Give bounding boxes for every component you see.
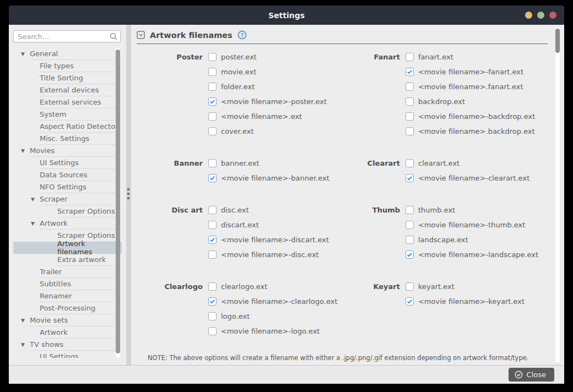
checkbox-option[interactable]: <movie filename>-clearlogo.ext bbox=[208, 294, 338, 309]
sidebar-item-file-types[interactable]: File types bbox=[13, 60, 122, 72]
sidebar-item-title-sorting[interactable]: Title Sorting bbox=[13, 72, 122, 84]
main-scrollbar-thumb[interactable] bbox=[555, 29, 560, 53]
checkbox-checked[interactable] bbox=[406, 297, 414, 306]
sidebar-item-scraper-options[interactable]: Scraper Options bbox=[13, 205, 122, 217]
maximize-button[interactable] bbox=[537, 12, 544, 19]
checkbox-option[interactable]: banner.ext bbox=[208, 156, 329, 171]
search-input[interactable] bbox=[13, 30, 121, 42]
checkbox-option[interactable]: clearart.ext bbox=[406, 156, 529, 171]
checkbox-unchecked[interactable] bbox=[208, 83, 217, 91]
close-button[interactable]: Close bbox=[509, 368, 554, 382]
checkbox-option[interactable]: disc.ext bbox=[208, 203, 329, 217]
sidebar-item-subtitles[interactable]: Subtitles bbox=[13, 278, 122, 290]
checkbox-checked[interactable] bbox=[208, 236, 217, 244]
main-scrollbar-track[interactable] bbox=[555, 27, 560, 363]
checkbox-unchecked[interactable] bbox=[208, 327, 217, 335]
checkbox-unchecked[interactable] bbox=[208, 282, 217, 291]
checkbox-option[interactable]: clearlogo.ext bbox=[208, 279, 338, 294]
checkbox-unchecked[interactable] bbox=[406, 127, 414, 135]
checkbox-option[interactable]: logo.ext bbox=[208, 309, 338, 324]
checkbox-option[interactable]: landscape.ext bbox=[406, 232, 538, 247]
checkbox-option[interactable]: <movie filename>.fanart.ext bbox=[406, 79, 535, 94]
checkbox-option[interactable]: <movie filename>-banner.ext bbox=[208, 171, 329, 186]
checkbox-unchecked[interactable] bbox=[406, 221, 414, 229]
sidebar-item-scraper[interactable]: ▼Scraper bbox=[13, 193, 122, 205]
checkbox-unchecked[interactable] bbox=[208, 127, 217, 135]
sidebar-item-renamer[interactable]: Renamer bbox=[13, 290, 122, 302]
sidebar-item-external-services[interactable]: External services bbox=[13, 96, 122, 108]
checkbox-checked[interactable] bbox=[406, 251, 414, 259]
checkbox-unchecked[interactable] bbox=[208, 159, 217, 167]
checkbox-unchecked[interactable] bbox=[208, 206, 217, 214]
checkbox-option[interactable]: thumb.ext bbox=[406, 203, 538, 217]
checkbox-unchecked[interactable] bbox=[406, 282, 414, 291]
checkbox-option[interactable]: folder.ext bbox=[208, 79, 327, 94]
checkbox-checked[interactable] bbox=[406, 68, 414, 76]
sidebar-item-artwork[interactable]: Artwork bbox=[13, 326, 122, 339]
checkbox-option[interactable]: <movie filename>-backdrop.ext bbox=[406, 109, 535, 124]
sidebar-item-tv-shows[interactable]: ▼TV shows bbox=[13, 339, 122, 351]
sidebar-item-artwork[interactable]: ▼Artwork bbox=[13, 217, 122, 230]
sidebar-item-nfo-settings[interactable]: NFO Settings bbox=[13, 181, 122, 193]
sidebar-scrollbar-track[interactable] bbox=[116, 48, 120, 358]
sidebar-item-extra-artwork[interactable]: Extra artwork bbox=[13, 254, 122, 266]
checkbox-option[interactable]: <movie filename>-poster.ext bbox=[208, 94, 327, 109]
sidebar-item-trailer[interactable]: Trailer bbox=[13, 266, 122, 278]
checkbox-unchecked[interactable] bbox=[406, 206, 414, 214]
expand-triangle-icon[interactable]: ▼ bbox=[21, 148, 30, 154]
checkbox-option[interactable]: discart.ext bbox=[208, 217, 329, 232]
sidebar-item-system[interactable]: System bbox=[13, 108, 122, 121]
checkbox-unchecked[interactable] bbox=[208, 312, 217, 320]
sidebar-scrollbar-thumb[interactable] bbox=[116, 50, 120, 353]
checkbox-unchecked[interactable] bbox=[406, 112, 414, 121]
checkbox-checked[interactable] bbox=[208, 174, 217, 182]
sidebar-item-external-devices[interactable]: External devices bbox=[13, 84, 122, 96]
sidebar-item-ui-settings[interactable]: UI Settings bbox=[13, 157, 122, 169]
checkbox-unchecked[interactable] bbox=[406, 53, 414, 61]
checkbox-unchecked[interactable] bbox=[208, 221, 217, 229]
checkbox-option[interactable]: <movie filename>-fanart.ext bbox=[406, 64, 535, 79]
sidebar-item-post-processing[interactable]: Post-Processing bbox=[13, 302, 122, 314]
checkbox-option[interactable]: <movie filename>-clearart.ext bbox=[406, 171, 529, 186]
checkbox-unchecked[interactable] bbox=[208, 112, 217, 121]
checkbox-checked[interactable] bbox=[208, 297, 217, 306]
checkbox-unchecked[interactable] bbox=[406, 83, 414, 91]
checkbox-option[interactable]: <movie filename>-logo.ext bbox=[208, 324, 338, 339]
sidebar-item-aspect-ratio-detector[interactable]: Aspect Ratio Detector bbox=[13, 121, 122, 133]
expand-triangle-icon[interactable]: ▼ bbox=[21, 318, 30, 323]
checkbox-option[interactable]: <movie filename>.backdrop.ext bbox=[406, 124, 535, 139]
checkbox-option[interactable]: backdrop.ext bbox=[406, 94, 535, 109]
checkbox-unchecked[interactable] bbox=[406, 236, 414, 244]
sidebar-item-ui-settings[interactable]: UI Settings bbox=[13, 351, 122, 358]
expand-triangle-icon[interactable]: ▼ bbox=[21, 51, 30, 57]
minimize-button[interactable] bbox=[525, 12, 532, 19]
expand-triangle-icon[interactable]: ▼ bbox=[31, 197, 40, 202]
checkbox-option[interactable]: <movie filename>-discart.ext bbox=[208, 232, 329, 247]
checkbox-checked[interactable] bbox=[406, 174, 414, 182]
checkbox-unchecked[interactable] bbox=[406, 159, 414, 167]
checkbox-option[interactable]: <movie filename>.ext bbox=[208, 109, 327, 124]
checkbox-unchecked[interactable] bbox=[208, 53, 217, 61]
help-icon[interactable]: ? bbox=[237, 30, 247, 40]
checkbox-unchecked[interactable] bbox=[406, 97, 414, 106]
sidebar-item-misc-settings[interactable]: Misc. Settings bbox=[13, 133, 122, 145]
checkbox-option[interactable]: movie.ext bbox=[208, 64, 327, 79]
checkbox-checked[interactable] bbox=[208, 97, 217, 106]
checkbox-option[interactable]: cover.ext bbox=[208, 124, 327, 139]
checkbox-option[interactable]: <movie filename>-thumb.ext bbox=[406, 217, 538, 232]
expand-triangle-icon[interactable]: ▼ bbox=[21, 342, 30, 347]
checkbox-option[interactable]: <movie filename>-disc.ext bbox=[208, 247, 329, 262]
checkbox-option[interactable]: <movie filename>-keyart.ext bbox=[406, 294, 525, 309]
checkbox-option[interactable]: poster.ext bbox=[208, 50, 327, 64]
sidebar-item-movies[interactable]: ▼Movies bbox=[13, 145, 122, 157]
checkbox-option[interactable]: <movie filename>-landscape.ext bbox=[406, 247, 538, 262]
close-window-button[interactable] bbox=[549, 12, 556, 19]
sidebar-item-data-sources[interactable]: Data Sources bbox=[13, 169, 122, 181]
checkbox-unchecked[interactable] bbox=[208, 251, 217, 259]
checkbox-unchecked[interactable] bbox=[208, 68, 217, 76]
sidebar-item-artwork-filenames[interactable]: Artwork filenames bbox=[13, 242, 122, 254]
checkbox-option[interactable]: keyart.ext bbox=[406, 279, 525, 294]
checkbox-option[interactable]: fanart.ext bbox=[406, 50, 535, 64]
expand-triangle-icon[interactable]: ▼ bbox=[31, 221, 40, 226]
panel-splitter[interactable] bbox=[126, 25, 131, 365]
